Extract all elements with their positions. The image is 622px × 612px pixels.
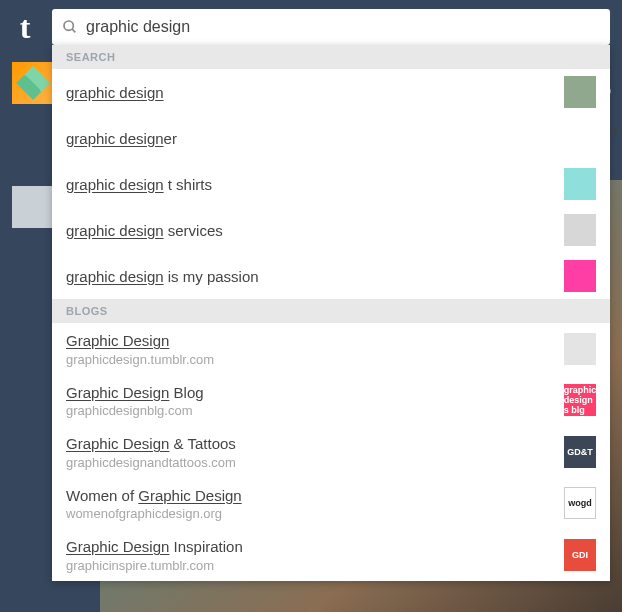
suggestion-thumbnail bbox=[564, 76, 596, 108]
blog-text: Graphic Design Inspirationgraphicinspire… bbox=[66, 537, 564, 573]
blog-text: Graphic Design Bloggraphicdesignblg.com bbox=[66, 383, 564, 419]
search-icon bbox=[62, 19, 78, 35]
blog-text: Graphic Design & Tattoosgraphicdesignand… bbox=[66, 434, 564, 470]
blog-text: Women of Graphic Designwomenofgraphicdes… bbox=[66, 486, 564, 522]
blog-url: womenofgraphicdesign.org bbox=[66, 506, 564, 521]
search-suggestion[interactable]: graphic designer bbox=[52, 115, 610, 161]
blog-avatar-sidebar[interactable] bbox=[12, 186, 54, 228]
search-suggestion[interactable]: graphic design t shirts bbox=[52, 161, 610, 207]
blog-avatar-sidebar[interactable] bbox=[12, 62, 54, 104]
blog-name: Graphic Design Blog bbox=[66, 383, 564, 403]
blog-suggestion[interactable]: Graphic Design Bloggraphicdesignblg.comg… bbox=[52, 375, 610, 427]
blog-suggestion[interactable]: Graphic Designgraphicdesign.tumblr.com bbox=[52, 323, 610, 375]
suggestion-thumbnail bbox=[564, 214, 596, 246]
blog-name: Graphic Design & Tattoos bbox=[66, 434, 564, 454]
svg-line-1 bbox=[72, 29, 75, 32]
search-suggestion[interactable]: graphic design bbox=[52, 69, 610, 115]
top-bar: t SEARCH graphic designgraphic designerg… bbox=[0, 0, 622, 54]
search-container: SEARCH graphic designgraphic designergra… bbox=[52, 9, 610, 45]
suggestion-text: graphic design services bbox=[66, 222, 564, 239]
blog-avatar: GDI bbox=[564, 539, 596, 571]
tumblr-logo[interactable]: t bbox=[12, 9, 38, 46]
search-suggestion[interactable]: graphic design services bbox=[52, 207, 610, 253]
search-dropdown: SEARCH graphic designgraphic designergra… bbox=[52, 45, 610, 581]
suggestion-text: graphic design is my passion bbox=[66, 268, 564, 285]
blog-url: graphicdesignandtattoos.com bbox=[66, 455, 564, 470]
section-header-search: SEARCH bbox=[52, 45, 610, 69]
blog-suggestion[interactable]: Women of Graphic Designwomenofgraphicdes… bbox=[52, 478, 610, 530]
suggestion-text: graphic designer bbox=[66, 130, 564, 147]
blog-name: Graphic Design bbox=[66, 331, 564, 351]
search-suggestion[interactable]: graphic design is my passion bbox=[52, 253, 610, 299]
blog-url: graphicdesign.tumblr.com bbox=[66, 352, 564, 367]
blog-suggestion[interactable]: Graphic Design Inspirationgraphicinspire… bbox=[52, 529, 610, 581]
search-input[interactable] bbox=[86, 18, 600, 36]
blog-name: Women of Graphic Design bbox=[66, 486, 564, 506]
blog-avatar: wogd bbox=[564, 487, 596, 519]
blog-suggestion[interactable]: Graphic Design & Tattoosgraphicdesignand… bbox=[52, 426, 610, 478]
section-header-blogs: BLOGS bbox=[52, 299, 610, 323]
blog-avatar bbox=[564, 333, 596, 365]
svg-point-0 bbox=[64, 21, 73, 30]
suggestion-text: graphic design bbox=[66, 84, 564, 101]
blog-text: Graphic Designgraphicdesign.tumblr.com bbox=[66, 331, 564, 367]
suggestion-thumbnail bbox=[564, 122, 596, 154]
blog-url: graphicinspire.tumblr.com bbox=[66, 558, 564, 573]
suggestion-text: graphic design t shirts bbox=[66, 176, 564, 193]
blog-url: graphicdesignblg.com bbox=[66, 403, 564, 418]
blog-avatar: graphic design s blg bbox=[564, 384, 596, 416]
search-box[interactable] bbox=[52, 9, 610, 45]
blog-name: Graphic Design Inspiration bbox=[66, 537, 564, 557]
suggestion-thumbnail bbox=[564, 168, 596, 200]
blog-avatar: GD&T bbox=[564, 436, 596, 468]
suggestion-thumbnail bbox=[564, 260, 596, 292]
